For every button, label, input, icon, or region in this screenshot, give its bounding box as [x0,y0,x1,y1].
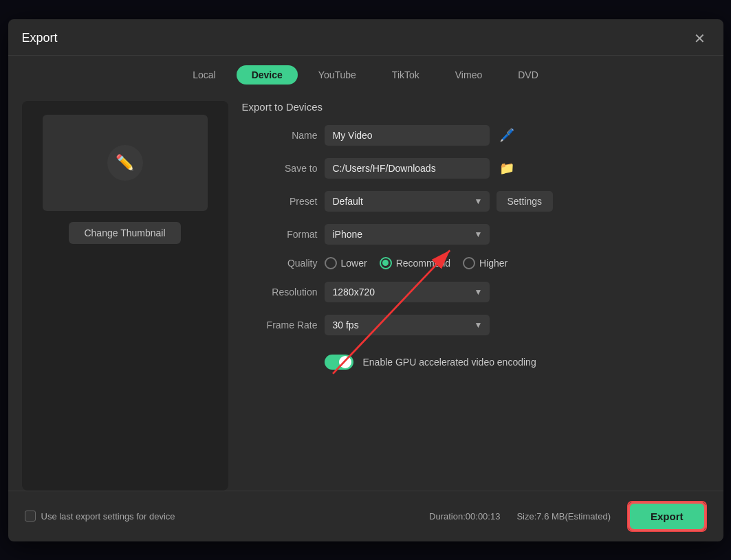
quality-label: Quality [242,258,318,269]
use-last-settings-label[interactable]: Use last export settings for device [25,511,175,522]
format-select[interactable]: iPhone iPad Android Apple TV [325,224,490,245]
save-to-input[interactable] [325,158,490,179]
tab-device[interactable]: Device [237,65,298,85]
edit-thumbnail-icon: ✏️ [107,145,143,181]
quality-lower-radio[interactable] [325,257,337,269]
name-label: Name [242,130,318,141]
export-button[interactable]: Export [630,504,704,529]
ai-icon[interactable]: 🖊️ [499,128,514,143]
frame-rate-select-wrapper: 30 fps 24 fps 60 fps ▼ [325,315,490,335]
tabs-bar: Local Device YouTube TikTok Vimeo DVD [8,56,723,91]
quality-lower[interactable]: Lower [325,257,367,269]
frame-rate-label: Frame Rate [242,320,318,331]
gpu-toggle-row: Enable GPU accelerated video encoding [242,355,710,370]
resolution-select[interactable]: 1280x720 1920x1080 3840x2160 [325,282,490,302]
quality-options: Lower Recommend Higher [325,257,508,269]
frame-rate-select[interactable]: 30 fps 24 fps 60 fps [325,315,490,335]
quality-higher-radio[interactable] [463,257,475,269]
folder-icon[interactable]: 📁 [499,161,514,176]
preset-select-wrapper: Default ▼ [325,191,490,212]
dialog-footer: Use last export settings for device Dura… [8,491,723,541]
export-dialog: Export ✕ Local Device YouTube TikTok Vim… [8,19,723,541]
tab-vimeo[interactable]: Vimeo [440,65,497,85]
duration-value: 00:00:13 [466,511,501,522]
tab-tiktok[interactable]: TikTok [377,65,435,85]
format-row: Format iPhone iPad Android Apple TV ▼ [242,224,710,245]
section-title: Export to Devices [242,101,710,113]
preset-select[interactable]: Default [325,191,490,212]
quality-row: Quality Lower Recommend [242,257,710,269]
settings-button[interactable]: Settings [497,191,554,212]
gpu-toggle[interactable] [325,355,353,370]
tab-dvd[interactable]: DVD [503,65,554,85]
quality-higher[interactable]: Higher [463,257,508,269]
use-last-settings-text: Use last export settings for device [41,511,175,522]
tab-local[interactable]: Local [177,65,230,85]
duration-label: Duration: [429,511,466,522]
name-input[interactable] [325,125,490,146]
quality-lower-label: Lower [341,258,367,269]
size-label: Size: [516,511,536,522]
preset-label: Preset [242,196,318,207]
dialog-overlay: Export ✕ Local Device YouTube TikTok Vim… [0,0,731,560]
gpu-toggle-knob [339,356,351,368]
save-to-label: Save to [242,163,318,174]
size-value: 7.6 MB(Estimated) [536,511,611,522]
right-panel: Export to Devices Name 🖊️ Save to 📁 Pres… [242,101,710,491]
dialog-body: ✏️ Change Thumbnail Export to Devices Na… [8,91,723,491]
duration-info: Duration:00:00:13 [429,511,500,522]
frame-rate-row: Frame Rate 30 fps 24 fps 60 fps ▼ [242,315,710,335]
quality-recommend-radio-fill [382,260,389,266]
quality-recommend[interactable]: Recommend [380,257,450,269]
format-label: Format [242,229,318,240]
left-panel: ✏️ Change Thumbnail [22,101,228,491]
footer-right: Duration:00:00:13 Size:7.6 MB(Estimated)… [429,501,706,532]
thumbnail-preview: ✏️ [43,115,208,211]
quality-recommend-label: Recommend [396,258,450,269]
preset-row: Preset Default ▼ Settings [242,191,710,212]
close-button[interactable]: ✕ [690,29,710,48]
dialog-title: Export [22,31,58,45]
export-btn-wrapper: Export [627,501,707,532]
dialog-header: Export ✕ [8,19,723,56]
save-to-row: Save to 📁 [242,158,710,179]
size-info: Size:7.6 MB(Estimated) [516,511,611,522]
name-row: Name 🖊️ [242,125,710,146]
gpu-toggle-label: Enable GPU accelerated video encoding [363,357,536,368]
resolution-row: Resolution 1280x720 1920x1080 3840x2160 … [242,282,710,302]
format-select-wrapper: iPhone iPad Android Apple TV ▼ [325,224,490,245]
quality-recommend-radio[interactable] [380,257,392,269]
change-thumbnail-button[interactable]: Change Thumbnail [69,222,180,244]
resolution-select-wrapper: 1280x720 1920x1080 3840x2160 ▼ [325,282,490,302]
quality-higher-label: Higher [479,258,508,269]
tab-youtube[interactable]: YouTube [303,65,371,85]
resolution-label: Resolution [242,287,318,298]
use-last-settings-checkbox[interactable] [25,511,36,522]
